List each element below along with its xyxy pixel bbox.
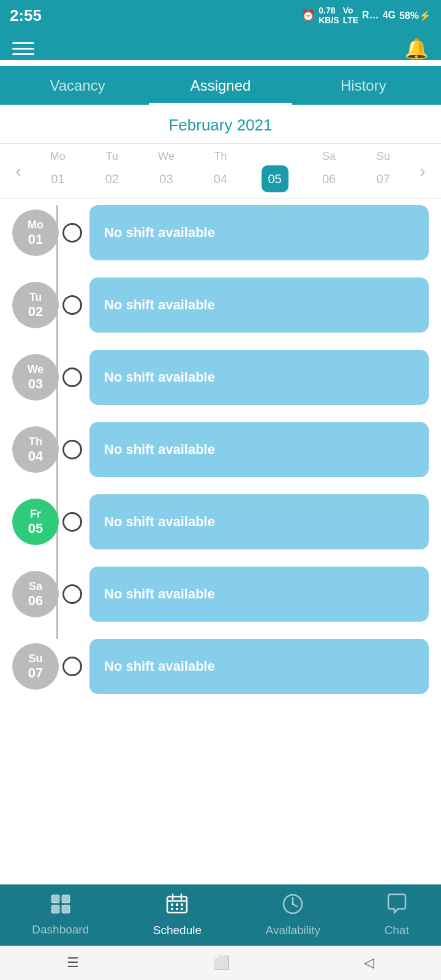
timeline-connector: [62, 657, 82, 676]
shift-text: No shift available: [104, 297, 215, 313]
svg-rect-0: [51, 895, 59, 903]
day-circle-sa: Sa06: [12, 571, 59, 617]
android-home-icon[interactable]: ⬜: [213, 955, 230, 971]
prev-week-arrow[interactable]: ‹: [6, 162, 31, 181]
tab-assigned[interactable]: Assigned: [149, 66, 292, 105]
shift-text: No shift available: [104, 369, 215, 385]
chat-icon: [386, 893, 408, 920]
schedule-icon: [166, 893, 188, 920]
shift-card[interactable]: No shift available: [89, 205, 429, 260]
schedule-label: Schedule: [153, 924, 202, 937]
timeline-row: Tu02No shift available: [12, 277, 429, 333]
timeline-row: Mo01No shift available: [12, 205, 429, 260]
tab-history[interactable]: History: [292, 66, 435, 105]
header: 🔔: [0, 31, 441, 60]
status-time: 2:55: [10, 6, 42, 25]
day-circle-su: Su07: [12, 643, 59, 690]
hamburger-menu[interactable]: [12, 42, 34, 55]
dashboard-icon: [50, 894, 71, 919]
nav-dashboard[interactable]: Dashboard: [32, 894, 89, 937]
shift-card[interactable]: No shift available: [89, 350, 429, 405]
shift-text: No shift available: [104, 658, 215, 674]
svg-rect-13: [181, 908, 183, 910]
timeline-connector: [62, 368, 82, 387]
day-fr[interactable]: Fr 05: [262, 150, 288, 192]
svg-rect-10: [181, 903, 183, 906]
timeline-connector: [62, 295, 82, 315]
shift-card[interactable]: No shift available: [89, 422, 429, 477]
day-circle-tu: Tu02: [12, 282, 59, 328]
month-header: February 2021: [0, 105, 441, 144]
svg-rect-1: [62, 895, 70, 903]
day-circle-mo: Mo01: [12, 209, 59, 256]
timeline-connector: [62, 223, 82, 243]
svg-rect-3: [62, 905, 70, 913]
svg-rect-9: [176, 903, 178, 906]
nav-chat[interactable]: Chat: [385, 893, 409, 937]
tab-vacancy[interactable]: Vacancy: [6, 66, 149, 105]
shift-text: No shift available: [104, 514, 215, 530]
shift-text: No shift available: [104, 442, 215, 458]
next-week-arrow[interactable]: ›: [410, 162, 435, 181]
timeline-connector: [62, 584, 82, 604]
timeline-row: Fr05No shift available: [12, 494, 429, 549]
shift-card[interactable]: No shift available: [89, 639, 429, 694]
day-su[interactable]: Su 07: [370, 150, 397, 192]
timeline-row: Th04No shift available: [12, 422, 429, 477]
svg-rect-12: [176, 908, 178, 910]
timeline-connector: [62, 512, 82, 532]
timeline: Mo01No shift availableTu02No shift avail…: [0, 199, 441, 717]
timeline-connector: [62, 440, 82, 459]
svg-line-16: [293, 904, 297, 907]
notification-bell[interactable]: 🔔: [404, 37, 429, 60]
shift-card[interactable]: No shift available: [89, 494, 429, 549]
bottom-navigation: Dashboard Schedule: [0, 884, 441, 946]
day-circle-fr: Fr05: [12, 499, 59, 545]
day-circle-we: We03: [12, 354, 59, 401]
day-we[interactable]: We 03: [153, 150, 179, 192]
status-icons: ⏰ 0.78KB/S VoLTE R… 4G 58%⚡: [301, 6, 431, 25]
android-navigation-bar: ☰ ⬜ ◁: [0, 946, 441, 980]
android-back-icon[interactable]: ◁: [364, 955, 374, 971]
shift-text: No shift available: [104, 586, 215, 602]
status-bar: 2:55 ⏰ 0.78KB/S VoLTE R… 4G 58%⚡: [0, 0, 441, 31]
timeline-row: Su07No shift available: [12, 639, 429, 694]
day-circle-th: Th04: [12, 426, 59, 473]
svg-rect-8: [171, 903, 173, 906]
chat-label: Chat: [385, 924, 409, 937]
svg-rect-11: [171, 908, 173, 910]
svg-rect-2: [51, 905, 59, 913]
shift-text: No shift available: [104, 225, 215, 241]
day-th[interactable]: Th 04: [207, 150, 234, 192]
shift-card[interactable]: No shift available: [89, 567, 429, 622]
day-mo[interactable]: Mo 01: [44, 150, 71, 192]
dashboard-label: Dashboard: [32, 923, 89, 937]
nav-availability[interactable]: Availability: [266, 893, 320, 937]
week-days: Mo 01 Tu 02 We 03 Th 04 Fr 05 Sa 06 Su 0…: [31, 150, 410, 192]
timeline-row: We03No shift available: [12, 350, 429, 405]
day-sa[interactable]: Sa 06: [315, 150, 342, 192]
android-menu-icon[interactable]: ☰: [67, 955, 79, 971]
timeline-row: Sa06No shift available: [12, 567, 429, 622]
week-navigator: ‹ Mo 01 Tu 02 We 03 Th 04 Fr 05 Sa 06 Su…: [0, 144, 441, 199]
tab-bar: Vacancy Assigned History: [0, 66, 441, 105]
nav-schedule[interactable]: Schedule: [153, 893, 202, 937]
day-tu[interactable]: Tu 02: [99, 150, 126, 192]
availability-label: Availability: [266, 924, 320, 937]
shift-card[interactable]: No shift available: [89, 277, 429, 333]
availability-icon: [282, 893, 304, 920]
